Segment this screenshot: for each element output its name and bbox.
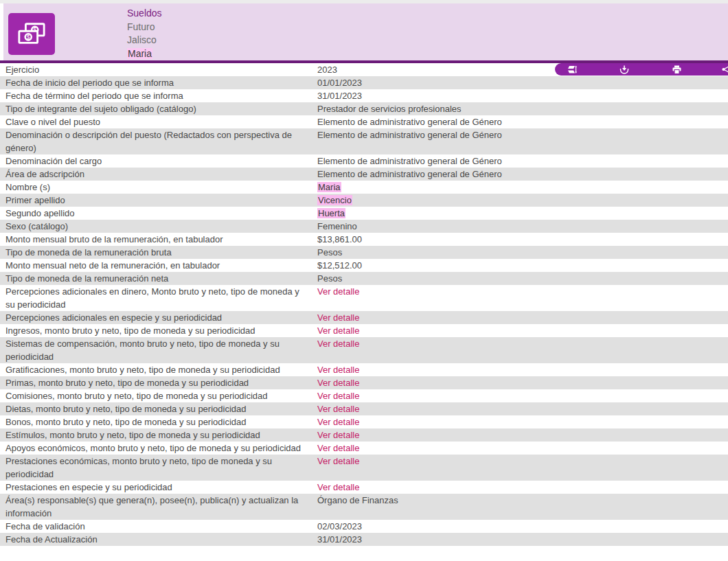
field-label: Denominación del cargo xyxy=(0,154,317,168)
table-row: Denominación o descripción del puesto (R… xyxy=(0,128,728,154)
field-value: Ver detalle xyxy=(317,442,728,455)
field-value: Elemento de administrativo general de Gé… xyxy=(317,168,728,181)
field-label: Dietas, monto bruto y neto, tipo de mone… xyxy=(0,402,317,415)
field-label: Fecha de Actualización xyxy=(0,533,317,546)
field-value: Pesos xyxy=(317,246,728,259)
table-row: Monto mensual bruto de la remuneración, … xyxy=(0,233,728,246)
field-value: Ver detalle xyxy=(317,389,728,402)
field-value: Huerta xyxy=(317,207,728,220)
ver-detalle-link[interactable]: Ver detalle xyxy=(317,456,359,466)
field-label: Monto mensual bruto de la remuneración, … xyxy=(0,233,317,246)
field-value: Ver detalle xyxy=(317,311,728,324)
field-label: Ejercicio xyxy=(0,63,317,76)
field-label: Ingresos, monto bruto y neto, tipo de mo… xyxy=(0,324,317,337)
field-label: Denominación o descripción del puesto (R… xyxy=(0,128,317,154)
field-value: Pesos xyxy=(317,272,728,285)
field-value: Femenino xyxy=(317,220,728,233)
field-label: Nombre (s) xyxy=(0,181,317,194)
region-label: Jalisco xyxy=(127,34,162,47)
field-label: Tipo de integrante del sujeto obligado (… xyxy=(0,102,317,115)
field-label: Fecha de validación xyxy=(0,520,317,533)
app-logo: $ $ xyxy=(8,13,55,55)
ver-detalle-link[interactable]: Ver detalle xyxy=(317,286,359,297)
field-value: 31/01/2023 xyxy=(317,89,728,102)
ver-detalle-link[interactable]: Ver detalle xyxy=(317,391,359,401)
table-row: Área de adscripciónElemento de administr… xyxy=(0,168,728,181)
field-label: Estímulos, monto bruto y neto, tipo de m… xyxy=(0,428,317,442)
field-value: Ver detalle xyxy=(317,481,728,494)
table-row: Primer apellidoVicencio xyxy=(0,194,728,207)
svg-text:$: $ xyxy=(27,33,30,40)
highlighted-value: Vicencio xyxy=(317,195,352,205)
ver-detalle-link[interactable]: Ver detalle xyxy=(317,417,359,427)
field-value: 31/01/2023 xyxy=(317,533,728,546)
field-label: Percepciones adicionales en especie y su… xyxy=(0,311,317,324)
table-row: Tipo de integrante del sujeto obligado (… xyxy=(0,102,728,115)
share-icon xyxy=(722,65,728,74)
money-bills-icon: $ $ xyxy=(16,20,47,49)
table-row: Percepciones adicionales en especie y su… xyxy=(0,311,728,324)
table-row: Prestaciones en especie y su periodicida… xyxy=(0,481,728,494)
table-row: Percepciones adicionales en dinero, Mont… xyxy=(0,285,728,311)
header-titles: Sueldos Futuro Jalisco Maria xyxy=(127,7,162,60)
field-value: Prestador de servicios profesionales xyxy=(317,102,728,115)
field-value: Ver detalle xyxy=(317,415,728,428)
field-value: Ver detalle xyxy=(317,324,728,337)
field-label: Tipo de moneda de la remuneración neta xyxy=(0,272,317,285)
table-row: Bonos, monto bruto y neto, tipo de moned… xyxy=(0,415,728,428)
field-label: Bonos, monto bruto y neto, tipo de moned… xyxy=(0,415,317,428)
field-value: Elemento de administrativo general de Gé… xyxy=(317,154,728,168)
table-row: Primas, monto bruto y neto, tipo de mone… xyxy=(0,376,728,389)
field-value: 01/01/2023 xyxy=(317,76,728,89)
sueldos-detail-page: { "header": { "title": "Sueldos", "subti… xyxy=(0,0,728,561)
field-value: Ver detalle xyxy=(317,376,728,389)
field-value: Órgano de Finanzas xyxy=(317,494,728,520)
table-row: Tipo de moneda de la remuneración netaPe… xyxy=(0,272,728,285)
highlighted-value: Huerta xyxy=(317,208,345,218)
ver-detalle-link[interactable]: Ver detalle xyxy=(317,365,359,375)
table-row: Fecha de validación02/03/2023 xyxy=(0,520,728,533)
table-row: Apoyos económicos, monto bruto y neto, t… xyxy=(0,442,728,455)
versions-button[interactable] xyxy=(567,65,578,74)
download-button[interactable] xyxy=(619,65,630,74)
ver-detalle-link[interactable]: Ver detalle xyxy=(317,378,359,388)
ver-detalle-link[interactable]: Ver detalle xyxy=(317,312,359,323)
field-label: Sexo (catálogo) xyxy=(0,220,317,233)
table-row: Sistemas de compensación, monto bruto y … xyxy=(0,337,728,363)
table-row: Prestaciones económicas, monto bruto y n… xyxy=(0,455,728,481)
field-label: Comisiones, monto bruto y neto, tipo de … xyxy=(0,389,317,402)
print-button[interactable] xyxy=(671,65,682,74)
field-value: $12,512.00 xyxy=(317,259,728,272)
app-title: Sueldos xyxy=(127,7,162,21)
field-label: Gratificaciones, monto bruto y neto, tip… xyxy=(0,363,317,376)
field-label: Percepciones adicionales en dinero, Mont… xyxy=(0,285,317,311)
field-label: Área de adscripción xyxy=(0,168,317,181)
highlighted-value: Maria xyxy=(317,182,341,192)
table-row: Dietas, monto bruto y neto, tipo de mone… xyxy=(0,402,728,415)
field-value: Ver detalle xyxy=(317,402,728,415)
ver-detalle-link[interactable]: Ver detalle xyxy=(317,325,359,336)
field-value: Elemento de administrativo general de Gé… xyxy=(317,115,728,128)
share-button[interactable] xyxy=(721,65,728,74)
field-label: Monto mensual neto de la remuneración, e… xyxy=(0,259,317,272)
data-table: Ejercicio2023Fecha de inicio del periodo… xyxy=(0,63,728,546)
app-subtitle: Futuro xyxy=(127,21,162,34)
ver-detalle-link[interactable]: Ver detalle xyxy=(317,404,359,414)
field-value: Ver detalle xyxy=(317,285,728,311)
field-label: Apoyos económicos, monto bruto y neto, t… xyxy=(0,442,317,455)
download-icon xyxy=(619,65,629,74)
table-row: Fecha de término del periodo que se info… xyxy=(0,89,728,102)
table-row: Fecha de Actualización31/01/2023 xyxy=(0,533,728,546)
table-row: Monto mensual neto de la remuneración, e… xyxy=(0,259,728,272)
field-label: Prestaciones en especie y su periodicida… xyxy=(0,481,317,494)
field-value: $13,861.00 xyxy=(317,233,728,246)
table-row: Área(s) responsable(s) que genera(n), po… xyxy=(0,494,728,520)
ver-detalle-link[interactable]: Ver detalle xyxy=(317,482,359,492)
table-row: Gratificaciones, monto bruto y neto, tip… xyxy=(0,363,728,376)
field-label: Sistemas de compensación, monto bruto y … xyxy=(0,337,317,363)
ver-detalle-link[interactable]: Ver detalle xyxy=(317,430,359,440)
ver-detalle-link[interactable]: Ver detalle xyxy=(317,443,359,453)
field-value: Maria xyxy=(317,181,728,194)
table-row: Denominación del cargoElemento de admini… xyxy=(0,154,728,168)
ver-detalle-link[interactable]: Ver detalle xyxy=(317,339,359,349)
